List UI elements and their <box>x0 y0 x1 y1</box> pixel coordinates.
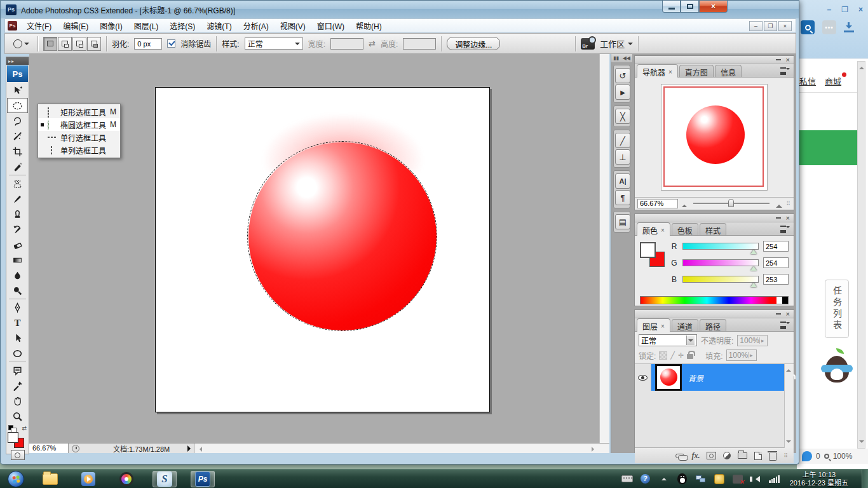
history-panel-icon[interactable]: ↺ <box>615 68 630 83</box>
resize-grip[interactable]: ⠿ <box>786 200 791 207</box>
scroll-down-icon[interactable] <box>859 440 864 445</box>
timing-icon[interactable] <box>72 445 79 452</box>
red-value-input[interactable] <box>763 241 789 252</box>
titlebar[interactable]: Ps Adobe Photoshop CS3 Extended - [未标题-1… <box>1 1 799 18</box>
layer-comps-panel-icon[interactable]: ▤ <box>615 214 630 229</box>
doc-close-button[interactable]: × <box>778 21 792 31</box>
panel-header[interactable]: × <box>635 214 794 222</box>
bg-more-icon[interactable]: ••• <box>822 20 836 34</box>
character-panel-icon[interactable]: A| <box>615 173 630 189</box>
notes-tool[interactable] <box>7 363 28 378</box>
navigator-viewbox[interactable] <box>663 86 764 187</box>
resize-grip[interactable]: ⠿ <box>783 452 789 459</box>
green-slider[interactable] <box>682 259 759 266</box>
clone-source-panel-icon[interactable]: ⊥ <box>615 149 630 165</box>
security-icon[interactable] <box>714 474 725 484</box>
clock[interactable]: 上午 10:13 2016-12-23 星期五 <box>790 471 848 487</box>
delete-layer-icon[interactable] <box>769 451 776 461</box>
tab-styles[interactable]: 样式 <box>700 223 726 235</box>
tab-info[interactable]: 信息 <box>715 65 742 77</box>
shape-tool[interactable] <box>7 346 28 361</box>
width-input[interactable] <box>330 38 363 50</box>
panel-close-icon[interactable]: × <box>786 57 790 62</box>
bg-restore-icon[interactable]: ❐ <box>841 5 848 14</box>
swap-colors-icon[interactable]: ⇄ <box>22 425 27 431</box>
slider-thumb[interactable] <box>750 280 757 287</box>
clone-stamp-tool[interactable] <box>7 207 28 222</box>
menu-view[interactable]: 视图(V) <box>275 18 311 33</box>
slider-thumb[interactable] <box>750 247 757 254</box>
healing-brush-tool[interactable] <box>7 176 28 191</box>
panel-menu-icon[interactable] <box>780 67 791 73</box>
layer-name[interactable]: 背景 <box>688 372 787 383</box>
animation-panel-icon[interactable]: ▶ <box>615 85 630 100</box>
crop-tool[interactable] <box>7 144 28 159</box>
menu-analysis[interactable]: 分析(A) <box>238 18 275 33</box>
vertical-scrollbar[interactable] <box>599 54 609 443</box>
app-icon[interactable]: Ps <box>6 4 17 15</box>
zoom-icon[interactable] <box>824 454 829 459</box>
history-brush-tool[interactable] <box>7 222 28 237</box>
slider-thumb[interactable] <box>750 263 757 271</box>
refine-edge-button[interactable]: 调整边缘... <box>447 37 500 50</box>
new-layer-icon[interactable] <box>754 452 762 460</box>
subtract-selection-button[interactable] <box>72 37 86 51</box>
bg-scrollbar[interactable] <box>857 61 865 449</box>
new-selection-button[interactable] <box>43 37 57 51</box>
paragraph-panel-icon[interactable]: ¶ <box>615 190 630 205</box>
bridge-icon[interactable]: Br <box>581 38 595 50</box>
menu-select[interactable]: 选择(S) <box>164 18 201 33</box>
link-mall[interactable]: 商城 <box>825 75 841 87</box>
lock-pixels-icon[interactable]: ╱ <box>670 351 675 360</box>
taskbar-photoshop-icon[interactable]: Ps <box>191 471 215 487</box>
dodge-tool[interactable] <box>7 283 28 298</box>
taskbar-media-player-icon[interactable] <box>76 471 100 487</box>
antialias-checkbox[interactable] <box>167 39 175 48</box>
pen-tool[interactable] <box>7 300 28 315</box>
banner-image[interactable] <box>797 130 860 165</box>
height-input[interactable] <box>403 38 436 50</box>
taskbar-photo-viewer-icon[interactable] <box>114 471 139 487</box>
green-value-input[interactable] <box>763 257 789 268</box>
color-spectrum-ramp[interactable] <box>640 296 789 304</box>
panel-minimize-icon[interactable] <box>776 59 781 60</box>
eyedropper-tool[interactable] <box>7 378 28 393</box>
antialias-label[interactable]: 消除锯齿 <box>180 38 211 49</box>
signal-icon[interactable] <box>769 474 780 484</box>
menu-window[interactable]: 窗口(W) <box>311 18 350 33</box>
gradient-tool[interactable] <box>7 252 28 268</box>
slider-thumb[interactable] <box>728 199 734 207</box>
tab-swatches[interactable]: 色板 <box>672 223 698 235</box>
zoom-out-icon[interactable] <box>682 202 687 207</box>
layer-row-background[interactable]: 背景 <box>635 364 794 391</box>
scroll-down-icon[interactable] <box>786 440 791 445</box>
tab-channels[interactable]: 通道 <box>672 319 698 331</box>
menu-layer[interactable]: 图层(L) <box>128 18 165 33</box>
qq-icon[interactable] <box>677 474 688 484</box>
scroll-up-icon[interactable] <box>859 64 864 69</box>
swap-dimensions-icon[interactable]: ⇄ <box>369 39 376 48</box>
visibility-cell[interactable] <box>635 364 651 391</box>
status-zoom-input[interactable]: 66.67% <box>29 444 69 454</box>
bg-close-icon[interactable]: × <box>858 5 863 14</box>
intersect-selection-button[interactable] <box>87 37 101 51</box>
adjustment-layer-icon[interactable] <box>723 452 731 459</box>
default-colors-icon[interactable] <box>8 425 13 430</box>
network-icon[interactable] <box>695 474 707 484</box>
task-list-button[interactable]: 任务列表 <box>825 280 849 338</box>
maximize-button[interactable] <box>681 1 699 13</box>
panel-header[interactable]: × <box>635 310 794 318</box>
blue-slider[interactable] <box>682 276 759 283</box>
menu-edit[interactable]: 编辑(E) <box>57 18 94 33</box>
path-selection-tool[interactable] <box>7 330 28 346</box>
blend-mode-select[interactable]: 正常 <box>639 334 697 346</box>
scroll-right-icon[interactable] <box>592 447 597 452</box>
add-to-selection-button[interactable] <box>58 37 72 51</box>
eraser-tool[interactable] <box>7 237 28 252</box>
tab-color[interactable]: 颜色× <box>637 222 670 236</box>
blue-value-input[interactable] <box>763 274 789 285</box>
flyout-single-column-marquee[interactable]: 单列选框工具 <box>38 144 120 156</box>
minimize-button[interactable] <box>662 1 681 13</box>
panel-menu-icon[interactable] <box>780 321 791 327</box>
hand-tool[interactable] <box>7 393 28 409</box>
